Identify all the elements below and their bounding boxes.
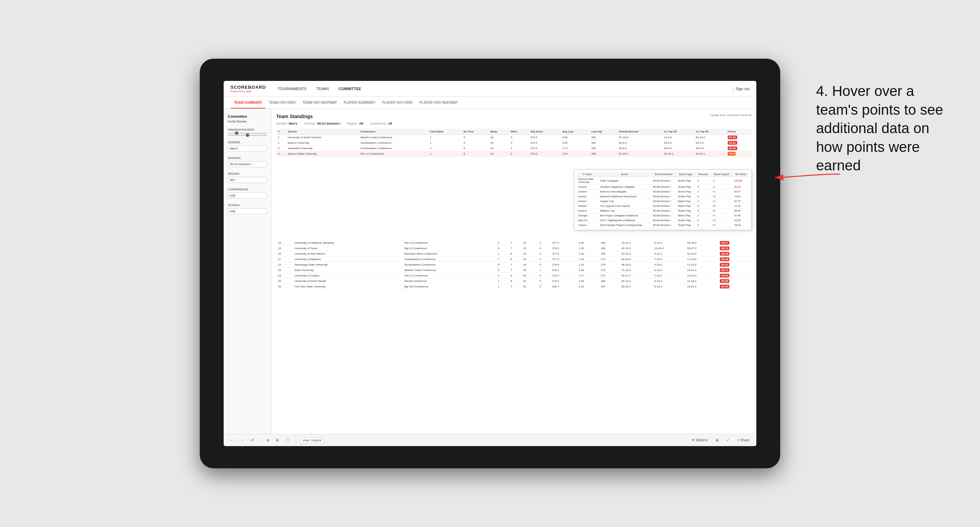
table-row[interactable]: 3 Vanderbilt University Southeastern Con… — [276, 146, 752, 151]
points-badge: 88.48 — [720, 257, 729, 261]
logo: SCOREBOARD Powered by clipp — [231, 85, 266, 93]
watch-button[interactable]: 👁 Watch ▾ — [689, 437, 710, 443]
cell-points[interactable]: 97.02 — [726, 135, 752, 140]
table-row[interactable]: 21 University of Alabama Southeastern Co… — [276, 257, 752, 262]
cell-vs25: 13-9-0 — [662, 135, 694, 140]
min-rounds-slider-2[interactable] — [228, 135, 267, 136]
tooltip-row: East Tur OFCC Fighting Illini Invitation… — [576, 218, 749, 223]
logo-title: SCOREBOARD — [231, 85, 266, 90]
col-no-tour: No Tour — [462, 129, 488, 135]
points-badge: 88.07 — [720, 241, 729, 245]
cell-overall: 63-5-0 — [617, 146, 662, 151]
zoom-button[interactable]: ⊕ — [264, 437, 271, 443]
points-badge-highlighted: 79.5 — [728, 152, 736, 156]
expand-button[interactable]: ⤢ — [724, 437, 731, 443]
tooltip-header-row: # Team Event Event Division Event Type R… — [576, 172, 749, 177]
subnav-player-summary[interactable]: PLAYER SUMMARY — [340, 97, 379, 108]
cell-points[interactable]: 93.31 — [726, 140, 752, 146]
cell-no-tour: 9 — [462, 140, 488, 146]
subnav-player-h2h-heatmap[interactable]: PLAYER H2H HEATMAP — [416, 97, 461, 108]
school-select[interactable]: (All) — [228, 208, 267, 214]
update-time: Update time: 13/03/2024 10:03:42 — [710, 114, 752, 117]
col-vs-top25: Vs Top 25 — [662, 129, 694, 135]
cell-vs50: 46-5-0 — [694, 146, 726, 151]
sign-out-link[interactable]: Sign out — [736, 87, 749, 91]
cell-conf-rank: 1 — [428, 151, 462, 157]
tooltip-row: Arizona StateUniversity Cater Collegiate… — [576, 177, 749, 185]
reload-button[interactable]: ↺ — [249, 437, 256, 443]
cell-points[interactable]: 79.5 — [726, 151, 752, 157]
back-button[interactable]: ← — [228, 437, 236, 443]
grid-button[interactable]: ⊞ — [274, 437, 281, 443]
table-row[interactable]: 19 University of Texas Big 12 Conference… — [276, 246, 752, 251]
nav-teams[interactable]: TEAMS — [315, 82, 331, 95]
cell-bnds: 19 — [489, 151, 509, 157]
cell-no-tour: 8 — [462, 151, 488, 157]
subnav-team-h2h-grid[interactable]: TEAM H2H GRID — [265, 97, 299, 108]
forward-button[interactable]: → — [239, 437, 246, 443]
table-row[interactable]: 24 University of Oregon Pac-12 Conferenc… — [276, 273, 752, 278]
table-row[interactable]: 22 Mississippi State University Southeas… — [276, 262, 752, 268]
col-points: Points — [726, 129, 752, 135]
cell-conference: Southeastern Conference — [358, 140, 428, 146]
cell-school: Auburn University — [286, 140, 359, 146]
points-badge: 83.81 — [720, 263, 729, 267]
annotation-text: 4. Hover over a team's points to see add… — [816, 82, 959, 175]
top-nav: SCOREBOARD Powered by clipp TOURNAMENTS … — [224, 81, 756, 97]
division-select[interactable]: NCAA Division I — [228, 161, 267, 167]
subnav-team-h2h-heatmap[interactable]: TEAM H2H HEATMAP — [299, 97, 340, 108]
clock-button[interactable]: 🕐 — [283, 437, 292, 443]
cell-conference: Atlantic Coast Conference — [358, 135, 428, 140]
filter-region: Region: All — [347, 122, 363, 125]
table-row[interactable]: 2 Auburn University Southeastern Confere… — [276, 140, 752, 146]
cell-school: Arizona State University — [286, 151, 359, 157]
gender-select[interactable]: Men's — [228, 145, 267, 152]
conference-select[interactable]: (All) — [228, 192, 267, 198]
table-header-row: # School Conference Conf Rank No Tour Bn… — [276, 129, 752, 135]
cell-adj-score: 272.0 — [528, 135, 560, 140]
cell-points[interactable]: 90.20 — [726, 146, 752, 151]
cell-overall: 87-25-1 — [617, 151, 662, 157]
table-row[interactable]: 1 University of North Carolina Atlantic … — [276, 135, 752, 140]
cell-rank: 2 — [276, 140, 286, 146]
sidebar-region: Region N/A — [228, 172, 267, 183]
logo-sub: Powered by clipp — [231, 90, 266, 93]
table-row[interactable]: 26 The Ohio State University Big Ten Con… — [276, 284, 752, 289]
sub-nav: TEAM SUMMARY TEAM H2H GRID TEAM H2H HEAT… — [224, 97, 756, 109]
nav-items: TOURNAMENTS TEAMS COMMITTEE — [276, 82, 732, 95]
table-row[interactable]: 20 University of New Mexico Mountain Wes… — [276, 251, 752, 257]
cell-low-adj: 260 — [590, 140, 617, 146]
cell-vs50: 55-4-0 — [694, 140, 726, 146]
nav-committee[interactable]: COMMITTEE — [337, 82, 363, 95]
cell-rank: 1 — [276, 135, 286, 140]
view-original-button[interactable]: View: Original — [300, 437, 324, 443]
tooltip-row: Univers Amer An Intercollegiate NCAA Div… — [576, 189, 749, 194]
share-button[interactable]: ↗ Share — [735, 437, 752, 443]
table-row[interactable]: 25 University of North Florida ASUN Conf… — [276, 278, 752, 284]
nav-tournaments[interactable]: TOURNAMENTS — [276, 82, 308, 95]
table-row[interactable]: 18 University of California, Berkeley Pa… — [276, 240, 752, 246]
tooltip-col-division: Event Division — [651, 172, 676, 177]
table-row-highlighted[interactable]: 4 Arizona State University Pac-12 Confer… — [276, 151, 752, 157]
cell-vs25: 29-4-0 — [662, 140, 694, 146]
cell-vs50: 58-24-1 — [694, 151, 726, 157]
cell-vs25: 33-19-1 — [662, 151, 694, 157]
tablet-device: SCOREBOARD Powered by clipp TOURNAMENTS … — [200, 59, 780, 468]
col-wins: Wins — [509, 129, 528, 135]
report-area: Team Standings Update time: 13/03/2024 1… — [272, 109, 756, 434]
toolbar-right: 👁 Watch ▾ 🖥 ⤢ ↗ Share — [689, 437, 752, 443]
region-select[interactable]: N/A — [228, 177, 267, 183]
table-row[interactable]: 23 Duke University Atlantic Coast Confer… — [276, 268, 752, 273]
subnav-player-h2h-grid[interactable]: PLAYER H2H GRID — [379, 97, 416, 108]
cell-bnds: 30 — [489, 135, 509, 140]
col-low-adj: Low Adj — [590, 129, 617, 135]
subnav-team-summary[interactable]: TEAM SUMMARY — [231, 97, 265, 108]
cell-avg-low: 2.86 — [561, 135, 590, 140]
tooltip-table: # Team Event Event Division Event Type R… — [576, 172, 749, 228]
cell-conf-rank: 1 — [428, 140, 462, 146]
share-panel-button[interactable]: 🖥 — [713, 437, 721, 443]
tooltip-row: Univers Williams Cup NCAA Division I Str… — [576, 208, 749, 213]
cell-conference: Southeastern Conference — [358, 146, 428, 151]
cell-wins: 2 — [509, 135, 528, 140]
page-wrapper: SCOREBOARD Powered by clipp TOURNAMENTS … — [0, 0, 980, 527]
